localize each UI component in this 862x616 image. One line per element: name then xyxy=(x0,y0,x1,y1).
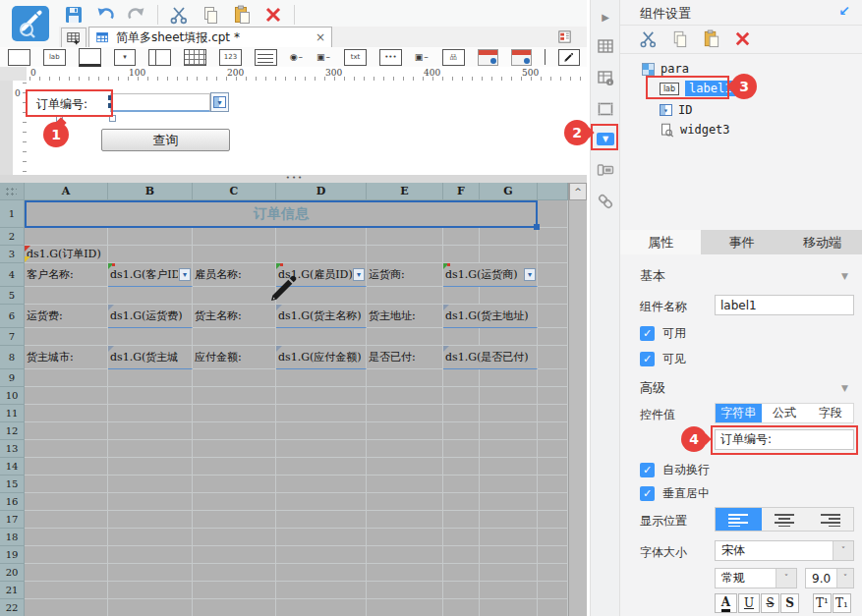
checkbox-widget-icon[interactable]: ▣– xyxy=(415,50,430,65)
column-header-F[interactable]: F xyxy=(443,183,480,200)
row-header-13[interactable]: 13 xyxy=(0,440,25,458)
grid-cell[interactable] xyxy=(443,440,480,458)
grid-cell[interactable] xyxy=(108,476,193,493)
grid-cell[interactable] xyxy=(276,328,367,346)
style-button-strike[interactable]: S xyxy=(761,593,779,613)
grid-cell-F8[interactable]: ds1.G(是否已付) xyxy=(443,346,538,369)
multiline-widget-icon[interactable] xyxy=(255,49,277,66)
query-button[interactable]: 查询 xyxy=(101,129,230,151)
grid-cell[interactable] xyxy=(480,328,538,346)
grid-cell[interactable] xyxy=(25,228,108,246)
grid-cell[interactable] xyxy=(443,246,480,263)
grid-cell[interactable] xyxy=(480,599,538,616)
cell-attribute-icon[interactable] xyxy=(595,35,616,57)
grid-cell[interactable] xyxy=(276,476,367,493)
grid-cell[interactable] xyxy=(193,440,276,458)
grid-cell-F6[interactable]: ds1.G(货主地址) xyxy=(443,305,538,328)
order-number-input-widget[interactable] xyxy=(110,93,210,112)
grid-cell[interactable] xyxy=(538,200,568,228)
grid-cell[interactable] xyxy=(538,346,568,369)
grid-cell[interactable] xyxy=(538,440,568,458)
grid-cell-E8[interactable]: 是否已付: xyxy=(367,346,443,369)
panel-cut-icon[interactable] xyxy=(638,28,658,48)
grid-cell[interactable] xyxy=(538,493,568,511)
grid-cell-A6[interactable]: 运货费: xyxy=(25,305,108,328)
tab-事件[interactable]: 事件 xyxy=(701,230,781,254)
grid-cell[interactable] xyxy=(108,287,193,305)
grid-cell[interactable] xyxy=(276,440,367,458)
column-header-C[interactable]: C xyxy=(193,183,276,200)
grid-cell[interactable] xyxy=(108,511,193,529)
row-header-18[interactable]: 18 xyxy=(0,529,25,546)
grid-cell[interactable] xyxy=(538,405,568,422)
delete-icon[interactable] xyxy=(262,4,284,26)
grid-cell[interactable] xyxy=(25,369,108,387)
grid-cell[interactable] xyxy=(276,546,367,564)
grid-cell[interactable] xyxy=(193,287,276,305)
grid-cell[interactable] xyxy=(443,369,480,387)
grid-cell[interactable] xyxy=(480,529,538,546)
grid-cell[interactable] xyxy=(367,511,443,529)
grid-cell[interactable] xyxy=(276,228,367,246)
grid-cell[interactable] xyxy=(367,287,443,305)
row-header-17[interactable]: 17 xyxy=(0,511,25,529)
grid-cell[interactable] xyxy=(480,228,538,246)
number-widget-icon[interactable]: 123 xyxy=(219,49,242,66)
grid-cell[interactable] xyxy=(538,599,568,616)
grid-cell[interactable] xyxy=(25,405,108,422)
grid-cell[interactable] xyxy=(108,546,193,564)
grid-cell[interactable] xyxy=(25,493,108,511)
grid-cell[interactable] xyxy=(443,582,480,599)
grid-cell[interactable] xyxy=(108,458,193,476)
grid-widget-icon[interactable] xyxy=(184,49,206,66)
grid-cell[interactable] xyxy=(193,458,276,476)
grid-cell[interactable] xyxy=(367,228,443,246)
section-basic[interactable]: 基本 xyxy=(640,267,665,285)
merged-title-cell[interactable]: 订单信息 xyxy=(25,200,538,228)
date-widget-icon[interactable] xyxy=(478,49,498,66)
report-grid[interactable]: ABCDEFG1订单信息23ds1.G(订单ID)4客户名称:ds1.G(客户I… xyxy=(0,183,568,616)
row-header-6[interactable]: 6 xyxy=(0,305,25,328)
selection-handle[interactable] xyxy=(108,95,113,100)
grid-cell[interactable] xyxy=(276,458,367,476)
grid-cell[interactable] xyxy=(193,599,276,616)
grid-cell[interactable] xyxy=(108,564,193,582)
grid-cell[interactable] xyxy=(276,369,367,387)
grid-cell[interactable] xyxy=(443,287,480,305)
grid-cell[interactable] xyxy=(276,564,367,582)
grid-cell[interactable] xyxy=(25,458,108,476)
grid-cell[interactable] xyxy=(367,599,443,616)
grid-cell[interactable] xyxy=(367,564,443,582)
vertical-center-checkbox[interactable] xyxy=(640,486,655,501)
row-header-9[interactable]: 9 xyxy=(0,369,25,387)
grid-cell[interactable] xyxy=(193,405,276,422)
style-button-underline[interactable]: U xyxy=(738,593,760,613)
grid-cell[interactable] xyxy=(538,287,568,305)
cell-combobox-icon[interactable]: ▾ xyxy=(353,268,365,281)
form-edit-icon[interactable] xyxy=(558,49,581,66)
grid-cell[interactable] xyxy=(443,546,480,564)
document-tab[interactable]: 简单多sheet填报.cpt * × xyxy=(88,27,332,47)
grid-cell[interactable] xyxy=(367,328,443,346)
row-header-20[interactable]: 20 xyxy=(0,564,25,582)
grid-cell[interactable] xyxy=(193,564,276,582)
grid-cell[interactable] xyxy=(276,493,367,511)
grid-cell[interactable] xyxy=(367,476,443,493)
split-widget-icon[interactable] xyxy=(148,49,171,66)
font-family-select[interactable]: 宋体 ˅ xyxy=(715,540,854,561)
row-header-1[interactable]: 1 xyxy=(0,200,25,228)
redo-icon[interactable] xyxy=(126,4,147,26)
row-header-3[interactable]: 3 xyxy=(0,246,25,263)
float-element-icon[interactable] xyxy=(595,98,616,120)
grid-cell[interactable] xyxy=(538,387,568,405)
grid-cell[interactable] xyxy=(25,599,108,616)
grid-cell[interactable] xyxy=(538,529,568,546)
template-settings-icon[interactable] xyxy=(556,28,573,45)
grid-cell[interactable] xyxy=(443,405,480,422)
grid-cell[interactable] xyxy=(443,564,480,582)
grid-cell[interactable] xyxy=(193,511,276,529)
order-number-label-widget[interactable]: 订单编号: xyxy=(31,93,112,115)
datetime-widget-icon[interactable] xyxy=(511,49,532,66)
hyperlink-icon[interactable] xyxy=(595,191,616,212)
style-button-sup[interactable]: T¹ xyxy=(813,593,832,613)
